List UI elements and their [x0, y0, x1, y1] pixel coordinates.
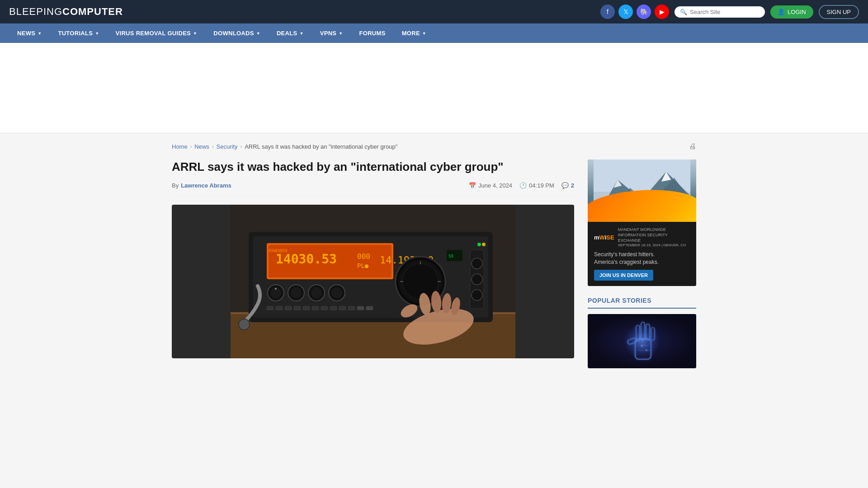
article-hero-image: 14030.53 000 PL● 14.1939.0 POWER VOX [172, 205, 574, 358]
article-meta: By Lawrence Abrams 📅 June 4, 2024 🕐 04:1… [172, 182, 574, 196]
clock-icon: 🕐 [519, 182, 527, 189]
by-label: By [172, 182, 179, 189]
nav-item-tutorials[interactable]: TUTORIALS ▼ [50, 23, 107, 43]
article-time: 🕐 04:19 PM [519, 182, 554, 189]
svg-rect-47 [321, 306, 328, 310]
search-icon: 🔍 [680, 9, 687, 15]
svg-text:S9: S9 [448, 254, 453, 258]
article-date: 📅 June 4, 2024 [469, 182, 512, 189]
breadcrumb-home[interactable]: Home [172, 143, 188, 150]
svg-point-36 [472, 258, 482, 269]
chevron-down-icon: ▼ [38, 31, 42, 36]
nav-item-vpns[interactable]: VPNS ▼ [312, 23, 351, 43]
svg-rect-46 [312, 306, 319, 310]
breadcrumb-separator: › [190, 144, 192, 149]
ad-bottom-content: mWiSE MANDIANT WORLDWIDE INFORMATION SEC… [588, 222, 696, 286]
ad-event-dates: SEPTEMBER 18-19, 2024 | DENVER, CO [618, 243, 690, 247]
article-image-svg: 14030.53 000 PL● 14.1939.0 POWER VOX [172, 205, 574, 358]
chevron-down-icon: ▼ [422, 31, 426, 36]
site-logo[interactable]: BLEEPINGCOMPUTER [9, 6, 123, 18]
signup-button[interactable]: SIGN UP [819, 5, 859, 19]
svg-point-15 [275, 288, 277, 290]
svg-text:000: 000 [357, 252, 370, 261]
svg-text:PL●: PL● [357, 262, 369, 269]
ad-mountain-image [588, 160, 696, 222]
svg-point-21 [331, 287, 342, 298]
svg-text:POWER: POWER [269, 249, 281, 253]
nav-item-news[interactable]: NEWS ▼ [9, 23, 50, 43]
svg-point-17 [291, 287, 302, 298]
article-title: ARRL says it was hacked by an "internati… [172, 160, 574, 175]
sidebar: mWiSE MANDIANT WORLDWIDE INFORMATION SEC… [588, 160, 696, 368]
breadcrumb-separator: › [241, 144, 242, 149]
youtube-icon[interactable]: ▶ [655, 5, 669, 19]
chevron-down-icon: ▼ [299, 31, 303, 36]
ad-subtitle: MANDIANT WORLDWIDE [618, 227, 690, 233]
svg-rect-41 [267, 306, 274, 310]
author-link[interactable]: Lawrence Abrams [181, 182, 231, 189]
calendar-icon: 📅 [469, 182, 476, 189]
ad-tagline: Security's hardest hitters. America's cr… [594, 251, 690, 266]
svg-text:14030.53: 14030.53 [276, 252, 337, 267]
sidebar-advertisement: mWiSE MANDIANT WORLDWIDE INFORMATION SEC… [588, 160, 696, 286]
svg-point-37 [472, 274, 482, 285]
content-layout: ARRL says it was hacked by an "internati… [172, 160, 696, 368]
svg-point-53 [239, 319, 250, 330]
svg-rect-50 [348, 306, 355, 310]
social-icons: f 𝕏 🐘 ▶ [600, 5, 669, 19]
chevron-down-icon: ▼ [95, 31, 99, 36]
print-icon[interactable]: 🖨 [689, 142, 696, 150]
breadcrumb: Home › News › Security › ARRL says it wa… [172, 142, 696, 150]
chevron-down-icon: ▼ [256, 31, 260, 36]
top-ad-banner [0, 43, 868, 133]
svg-point-19 [311, 287, 322, 298]
svg-rect-52 [366, 306, 373, 310]
user-icon: 👤 [778, 9, 785, 15]
svg-rect-43 [285, 306, 292, 310]
svg-rect-45 [303, 306, 310, 310]
svg-text:VOX: VOX [280, 249, 288, 253]
article-main: ARRL says it was hacked by an "internati… [172, 160, 574, 368]
twitter-icon[interactable]: 𝕏 [618, 5, 633, 19]
ad-logo: mWiSE [594, 233, 614, 241]
breadcrumb-news[interactable]: News [194, 143, 209, 150]
mastodon-icon[interactable]: 🐘 [637, 5, 651, 19]
chevron-down-icon: ▼ [339, 31, 343, 36]
svg-rect-42 [276, 306, 283, 310]
comment-count[interactable]: 💬 2 [561, 182, 574, 189]
ad-cta-button[interactable]: JOIN US IN DENVER [594, 270, 653, 281]
site-header: BLEEPINGCOMPUTER f 𝕏 🐘 ▶ 🔍 👤 LOGIN SIGN … [0, 0, 868, 23]
nav-item-deals[interactable]: DEALS ▼ [269, 23, 312, 43]
main-nav: NEWS ▼ TUTORIALS ▼ VIRUS REMOVAL GUIDES … [0, 23, 868, 43]
svg-point-38 [472, 290, 482, 300]
svg-rect-49 [339, 306, 346, 310]
header-right: f 𝕏 🐘 ▶ 🔍 👤 LOGIN SIGN UP [600, 5, 859, 19]
svg-rect-48 [330, 306, 337, 310]
popular-story-image [588, 314, 696, 368]
search-bar: 🔍 [675, 6, 765, 18]
svg-rect-44 [294, 306, 301, 310]
comment-icon: 💬 [561, 182, 569, 189]
search-input[interactable] [690, 9, 760, 15]
svg-point-39 [477, 243, 481, 246]
chevron-down-icon: ▼ [193, 31, 197, 36]
nav-item-forums[interactable]: FORUMS [351, 23, 394, 43]
nav-item-more[interactable]: MORE ▼ [394, 23, 434, 43]
ad-event-name: INFORMATION SECURITY EXCHANGE [618, 233, 690, 243]
main-container: Home › News › Security › ARRL says it wa… [163, 133, 705, 377]
nav-item-virus-removal[interactable]: VIRUS REMOVAL GUIDES ▼ [108, 23, 206, 43]
svg-point-40 [482, 243, 486, 246]
svg-rect-51 [357, 306, 364, 310]
popular-stories-title: POPULAR STORIES [588, 297, 696, 309]
breadcrumb-current-page: ARRL says it was hacked by an "internati… [245, 143, 397, 150]
popular-stories-section: POPULAR STORIES [588, 297, 696, 368]
nav-item-downloads[interactable]: DOWNLOADS ▼ [205, 23, 269, 43]
facebook-icon[interactable]: f [600, 5, 615, 19]
breadcrumb-separator: › [212, 144, 214, 149]
login-button[interactable]: 👤 LOGIN [770, 5, 813, 19]
breadcrumb-security[interactable]: Security [217, 143, 238, 150]
